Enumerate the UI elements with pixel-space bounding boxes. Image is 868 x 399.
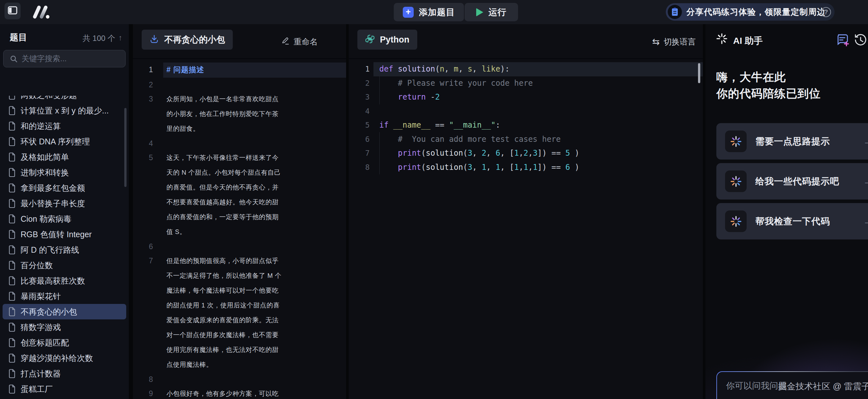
list-item[interactable]: 和的逆运算	[3, 118, 126, 134]
list-item-label: 百分位数	[21, 260, 53, 271]
list-item[interactable]: 拿到最多红包金额	[3, 180, 126, 196]
list-item-label: 猜数字游戏	[21, 322, 61, 333]
add-problem-button[interactable]: 添加题目	[394, 3, 464, 21]
language-label: Python	[380, 35, 409, 45]
line-number: 7	[349, 146, 370, 161]
list-item[interactable]: 猜数字游戏	[3, 319, 126, 335]
line-number: 5	[133, 150, 153, 239]
list-item-label: 进制求和转换	[21, 167, 69, 178]
markdown-text: 这天，下午茶小哥像往常一样送来了今天的 N 个甜点。小包对每个甜点有自己的喜爱值…	[166, 154, 281, 235]
history-icon[interactable]	[854, 33, 867, 48]
markdown-line-content	[163, 239, 284, 254]
list-item[interactable]: 最小替换子串长度	[3, 196, 126, 211]
list-item[interactable]: 进制求和转换	[3, 165, 126, 180]
list-item[interactable]: 打点计数器	[3, 366, 126, 381]
line-number: 2	[133, 78, 153, 92]
markdown-editor[interactable]: 1# 问题描述23众所周知，小包是一名非常喜欢吃甜点的小朋友，他在工作时特别爱吃…	[133, 60, 346, 399]
arrow-right-icon	[863, 215, 868, 227]
swap-arrows-icon	[652, 36, 660, 47]
line-number: 4	[133, 136, 153, 150]
list-item-label: 计算位置 x 到 y 的最少...	[21, 105, 109, 116]
problem-description-panel: 不再贪心的小包 重命名 1# 问题描述23众所周知，小包是一名非常喜欢吃甜点的小…	[133, 24, 346, 399]
ai-suggestion-card[interactable]: 给我一些代码提示吧	[716, 163, 868, 200]
code-line-content: # You can add more test cases here	[373, 133, 703, 147]
list-item[interactable]: 暴雨梨花针	[3, 288, 126, 304]
list-item[interactable]: 计算位置 x 到 y 的最少...	[3, 103, 126, 118]
problem-count-label: 共 100 个	[83, 33, 115, 44]
markdown-text: 众所周知，小包是一名非常喜欢吃甜点的小朋友，他在工作时特别爱吃下午茶里的甜食。	[166, 95, 279, 132]
ai-suggestion-label: 需要一点思路提示	[755, 135, 830, 148]
code-editor[interactable]: 1def solution(n, m, s, like):2 # Please …	[349, 60, 703, 399]
ai-greeting-line1: 嗨，大牛在此	[716, 69, 821, 85]
code-scrollbar[interactable]	[698, 63, 700, 83]
ai-greeting-line2: 你的代码陪练已到位	[716, 85, 821, 102]
ai-suggestion-card[interactable]: 帮我检查一下代码	[716, 203, 868, 239]
banner-text: 分享代码练习体验，领限量定制周边	[686, 6, 826, 18]
arrow-up-icon[interactable]	[119, 33, 122, 44]
list-item-label: 两数之和变形题	[21, 96, 77, 101]
list-item[interactable]: Cion 勒索病毒	[3, 211, 126, 227]
list-item[interactable]: 阿 D 的飞行路线	[3, 242, 126, 258]
list-item[interactable]: 及格如此简单	[3, 149, 126, 165]
list-item-label: 环状 DNA 序列整理	[21, 136, 90, 147]
ai-suggestion-label: 帮我检查一下代码	[755, 215, 830, 228]
list-item[interactable]: 穿越沙漠的补给次数	[3, 350, 126, 366]
list-item-label: 创意标题匹配	[21, 337, 69, 348]
list-item[interactable]: 百分位数	[3, 258, 126, 273]
arrow-right-icon	[863, 175, 868, 187]
list-item-label: 和的逆运算	[21, 121, 61, 132]
line-number: 4	[349, 105, 370, 119]
ai-suggestion-card[interactable]: 需要一点思路提示	[716, 123, 868, 160]
list-item-label: 穿越沙漠的补给次数	[21, 353, 93, 364]
problem-title-tab[interactable]: 不再贪心的小包	[142, 30, 233, 50]
line-number: 1	[133, 62, 153, 78]
list-item[interactable]: 创意标题匹配	[3, 335, 126, 350]
sparkle-icon	[716, 33, 728, 46]
markdown-line: 8	[133, 372, 346, 387]
markdown-line-content: # 问题描述	[163, 62, 346, 78]
code-line: 8 print(solution(3, 1, 1, [1,1,1]) == 6 …	[349, 161, 703, 175]
markdown-text: 小包很好奇，他有多少种方案，可以吃到喜爱值刚好为他的预期值的甜点。如果 2 种方…	[166, 390, 280, 399]
ai-suggestion-label: 给我一些代码提示吧	[755, 175, 839, 188]
ai-greeting: 嗨，大牛在此 你的代码陪练已到位	[716, 69, 821, 102]
list-item[interactable]: 两数之和变形题	[3, 96, 126, 103]
markdown-line-content: 这天，下午茶小哥像往常一样送来了今天的 N 个甜点。小包对每个甜点有自己的喜爱值…	[163, 150, 284, 239]
rename-label: 重命名	[293, 36, 318, 47]
search-input[interactable]	[22, 50, 123, 67]
toggle-sidebar-button[interactable]	[4, 3, 21, 19]
rename-button[interactable]: 重命名	[281, 24, 318, 59]
indent-guide	[379, 76, 380, 105]
run-button[interactable]: 运行	[465, 3, 518, 21]
line-number: 5	[349, 118, 370, 133]
markdown-line: 1# 问题描述	[133, 62, 346, 78]
code-line-content: # Please write your code here	[373, 76, 703, 91]
markdown-line-content	[163, 372, 284, 387]
markdown-line: 5这天，下午茶小哥像往常一样送来了今天的 N 个甜点。小包对每个甜点有自己的喜爱…	[133, 150, 346, 239]
list-item[interactable]: 比赛最高获胜次数	[3, 273, 126, 288]
code-line-content: print(solution(3, 1, 1, [1,1,1]) == 6 )	[373, 161, 703, 175]
line-number: 7	[133, 254, 153, 372]
sidebar-scrollbar[interactable]	[124, 108, 127, 187]
list-item[interactable]: 蛋糕工厂	[3, 381, 126, 397]
code-line: 6 # You can add more test cases here	[349, 133, 703, 147]
list-item-selected[interactable]: 不再贪心的小包	[3, 304, 126, 319]
app-logo[interactable]	[32, 4, 53, 21]
search-box	[3, 50, 126, 67]
markdown-line-content: 众所周知，小包是一名非常喜欢吃甜点的小朋友，他在工作时特别爱吃下午茶里的甜食。	[163, 92, 284, 136]
ai-question-input[interactable]	[726, 379, 868, 393]
list-item[interactable]: 环状 DNA 序列整理	[3, 134, 126, 149]
list-item[interactable]: SQL 代码补全	[3, 397, 126, 399]
ai-assistant-panel: AI 助手 嗨，大牛在此 你的代码陪练已到位	[705, 24, 868, 399]
markdown-line-content	[163, 78, 284, 92]
sparkle-burst-icon	[725, 131, 747, 152]
problem-list: 两数之和变形题 计算位置 x 到 y 的最少... 和的逆运算 环状 DNA 序…	[0, 96, 129, 399]
ai-assistant-title: AI 助手	[733, 35, 763, 47]
new-chat-icon[interactable]	[835, 33, 850, 48]
list-item[interactable]: RGB 色值转 Integer	[3, 227, 126, 242]
help-button[interactable]	[821, 7, 831, 17]
description-header: 不再贪心的小包 重命名	[133, 24, 346, 59]
switch-language-label: 切换语言	[663, 36, 696, 47]
switch-language-button[interactable]: 切换语言	[652, 24, 696, 59]
topbar: 添加题目 运行 分享代码练习体验，领限量定制周边	[0, 0, 868, 24]
language-tab[interactable]: Python	[358, 30, 417, 50]
